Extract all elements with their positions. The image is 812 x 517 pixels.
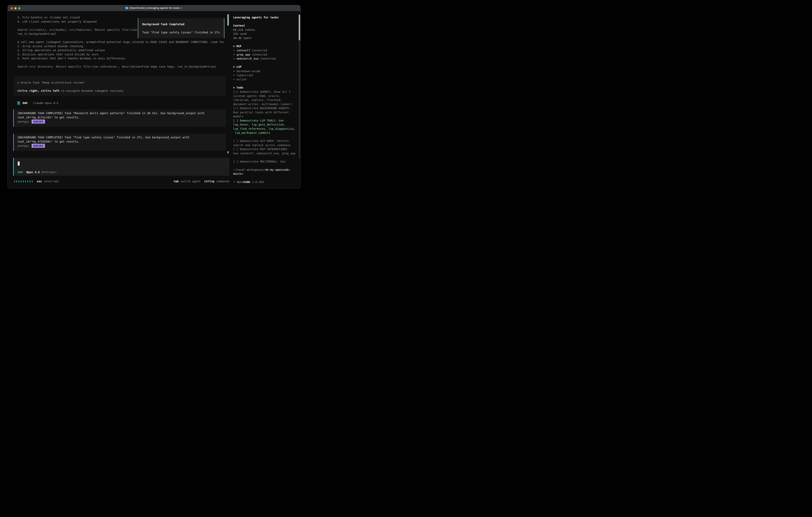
workspace-branch: master: [233, 172, 300, 176]
sidebar-scrollbar-thumb[interactable]: [299, 15, 300, 40]
close-button[interactable]: [10, 7, 13, 9]
traffic-lights: [10, 5, 20, 11]
input-agent-name: OmO: [18, 170, 23, 174]
context-used: 33% used: [233, 32, 300, 36]
bullet-icon: •: [233, 49, 235, 52]
task-user: yeongyu: [18, 119, 29, 124]
input-footer: OmO Opus 4.5 Anthropic: [18, 170, 57, 174]
shortcut-keys: ctrl+x right, ctrl+x left: [18, 89, 60, 92]
bullet-icon: •: [233, 180, 235, 184]
esc-label: interrupt: [44, 179, 59, 184]
proxy-icon: ◐: [181, 6, 183, 10]
mcp-item: •grep_appConnected: [233, 53, 300, 57]
input-provider: Anthropic: [41, 170, 57, 174]
bullet-icon: •: [233, 74, 235, 77]
minimize-button[interactable]: [14, 7, 17, 9]
lsp-item: •typescript: [233, 73, 300, 77]
agent-name: OmO: [22, 101, 27, 105]
todo-item-done: [✓] Demonstrate BACKGROUND AGENTS: Run p…: [233, 106, 297, 118]
tab-label: switch agent: [180, 179, 201, 184]
context-spent: $0.46 spent: [233, 36, 300, 40]
status-bar: esc interrupt tab switch agent ctrl+p co…: [14, 179, 230, 184]
bullet-icon: •: [233, 53, 235, 56]
oracle-task-title: Oracle Task "Deep architecture review": [21, 81, 85, 84]
oracle-task-box: ◎Oracle Task "Deep architecture review" …: [13, 76, 226, 96]
context-tokens: 66,518 tokens: [233, 28, 300, 32]
chevron-down-icon: ▼: [233, 86, 235, 89]
task-message-text: [BACKGROUND TASK COMPLETED] Task "Resear…: [18, 111, 226, 119]
lsp-item: •markdown-oxide: [233, 69, 300, 73]
sidebar: Leveraging agents for tasks Context 66,5…: [231, 11, 300, 188]
shortcut-desc: to navigate between subagent sessions: [60, 89, 123, 92]
task-message-text: [BACKGROUND TASK COMPLETED] Task "Find t…: [18, 135, 226, 143]
input-model: Opus 4.5: [26, 170, 39, 174]
activity-spinner: [14, 181, 33, 182]
text-cursor: [18, 162, 20, 166]
todo-item-pending: [ ] Demonstrate MCP INTEGRATIONS: Use co…: [233, 147, 297, 155]
separator-dot: ·: [29, 101, 31, 105]
notification-title: Background Task Completed: [142, 22, 184, 26]
task-message: [BACKGROUND TASK COMPLETED] Task "Find t…: [13, 134, 226, 151]
bullet-icon: •: [233, 57, 235, 60]
queued-badge: QUEUED: [32, 119, 45, 124]
window-title: [OpenCode] Leveraging agents for tasks: [130, 6, 180, 10]
todo-section-header[interactable]: ▼Todo: [233, 86, 300, 90]
agent-icon: [18, 101, 20, 105]
mcp-item: •context7Connected: [233, 48, 300, 53]
oracle-icon: ◎: [18, 81, 19, 84]
main-scrollbar-end[interactable]: [227, 151, 229, 154]
agent-model: claude-opus-4-5: [33, 101, 58, 105]
context-heading: Context: [233, 24, 300, 28]
tab-key: tab: [174, 179, 179, 184]
agent-call-items: 1. Array access without bounds checking …: [18, 44, 227, 61]
lsp-section-header[interactable]: ▼LSP: [233, 65, 300, 69]
chevron-down-icon: ▼: [233, 65, 235, 69]
todo-item-pending: [ ] Demonstrate MULTIMODAL: Use: [233, 160, 297, 164]
task-message-meta: yeongyu QUEUED: [18, 144, 226, 148]
sidebar-scrollbar-track[interactable]: [299, 40, 300, 159]
task-user: yeongyu: [18, 144, 29, 148]
task-message: [BACKGROUND TASK COMPLETED] Task "Resear…: [13, 110, 226, 127]
agent-session-header: OmO · claude-opus-4-5: [18, 101, 58, 105]
agent-call-text: call_omo_agent [subagent_type=explore, p…: [21, 40, 224, 44]
terminal-window: [OpenCode] Leveraging agents for tasks ◐…: [8, 5, 300, 188]
cmd-key: ctrl+p: [204, 179, 214, 184]
main-scrollbar-thumb[interactable]: [227, 14, 229, 26]
cmd-label: commands: [216, 179, 230, 184]
task-message-meta: yeongyu QUEUED: [18, 119, 226, 124]
esc-key: esc: [37, 179, 42, 184]
chevron-down-icon: ▼: [233, 45, 235, 48]
oracle-task-title-row: ◎Oracle Task "Deep architecture review": [18, 81, 85, 85]
search-line: Search src/ directory. Return specific f…: [18, 64, 227, 69]
workspace-path: ~/local-workspaces/oh-my-opencode:: [233, 168, 297, 172]
lsp-item: •eslint: [233, 77, 300, 82]
zoom-button[interactable]: [18, 7, 20, 9]
todo-item-done: [✓] Demonstrate AGENTS: Show all 7 curat…: [233, 90, 297, 106]
sidebar-title: Leveraging agents for tasks: [233, 16, 300, 20]
gear-icon: ⚙: [18, 40, 19, 44]
titlebar: [OpenCode] Leveraging agents for tasks ◐: [8, 5, 300, 11]
todo-item-pending: [ ] Demonstrate AST-GREP: Pattern search…: [233, 139, 297, 147]
prompt-input[interactable]: OmO Opus 4.5 Anthropic: [13, 158, 229, 176]
todo-item-active: [ ] Demonstrate LSP TOOLS: Use lsp_hover…: [233, 118, 297, 135]
version-line: •OpenCode1.0.163: [233, 180, 300, 184]
status-right: tab switch agent ctrl+p commands: [174, 179, 230, 184]
mcp-item: •websearch_exaConnected: [233, 57, 300, 61]
notification-toast[interactable]: Background Task Completed Task "Find typ…: [138, 18, 224, 38]
queued-badge: QUEUED: [32, 144, 45, 148]
mcp-section-header[interactable]: ▼MCP: [233, 44, 300, 49]
shortcut-hint: ctrl+x right, ctrl+x left to navigate be…: [18, 89, 123, 93]
status-left: esc interrupt: [14, 179, 59, 184]
agent-call-line: ⚙call_omo_agent [subagent_type=explore, …: [18, 40, 224, 44]
notification-body: Task "Find type safety issues" finished …: [142, 30, 222, 34]
bullet-icon: •: [233, 78, 235, 81]
folder-icon: [125, 7, 128, 9]
bullet-icon: •: [233, 70, 235, 73]
